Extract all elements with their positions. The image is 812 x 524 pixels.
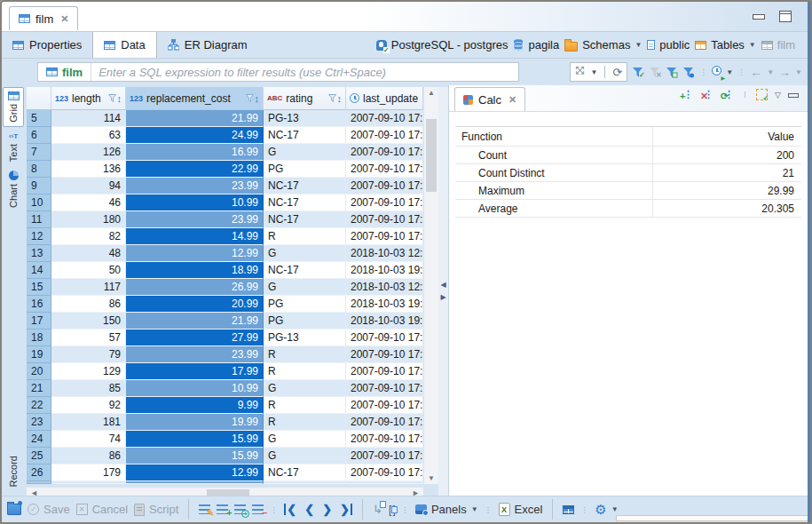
grid-cell[interactable]: 79 xyxy=(51,346,126,363)
row-number[interactable]: 6 xyxy=(27,127,51,144)
grid-cell[interactable]: 126 xyxy=(51,144,126,161)
grid-cell[interactable]: 23.99 xyxy=(126,178,264,195)
scroll-up-icon[interactable]: ▲ xyxy=(424,89,438,97)
expand-panel-icon[interactable]: ⤢⤡ xyxy=(575,67,587,78)
sort-icon[interactable]: ↕ xyxy=(117,93,122,104)
grid-cell[interactable]: G xyxy=(264,279,346,296)
chevron-down-icon[interactable]: ▼ xyxy=(471,505,478,513)
grid-row[interactable]: 99423.99NC-172007-09-10 17:46 xyxy=(27,178,423,195)
grid-cell[interactable]: R xyxy=(264,397,346,414)
grid-cell[interactable]: 15.99 xyxy=(126,448,264,464)
tab-data[interactable]: Data xyxy=(92,32,156,58)
grid-cell[interactable]: 114 xyxy=(51,110,126,127)
grid-cell[interactable]: 24.99 xyxy=(126,127,264,144)
add-function-icon[interactable]: +⋮ xyxy=(680,89,693,100)
grid-row[interactable]: 22929.99R2007-09-10 17:46 xyxy=(27,397,423,414)
remove-filter-icon[interactable]: ✕ xyxy=(649,67,661,78)
first-row-icon[interactable]: ❮ xyxy=(284,504,296,515)
open-with-icon[interactable] xyxy=(7,504,21,515)
grid-cell[interactable]: 22.99 xyxy=(126,161,264,178)
save-filter-icon[interactable] xyxy=(666,67,678,78)
grid-cell[interactable]: 12.99 xyxy=(126,245,264,262)
vertical-scroll-thumb[interactable] xyxy=(426,119,437,192)
add-row-icon[interactable] xyxy=(217,504,228,514)
grid-cell[interactable]: 27.99 xyxy=(126,329,264,346)
grid-cell[interactable]: 117 xyxy=(51,279,126,296)
forward-icon[interactable]: → xyxy=(778,66,791,78)
scroll-down-icon[interactable]: ▼ xyxy=(424,474,438,482)
grid-cell[interactable]: 10.99 xyxy=(126,380,264,397)
grid-cell[interactable]: 85 xyxy=(51,380,126,397)
view-menu-icon[interactable]: ▽ xyxy=(775,91,781,99)
row-number[interactable]: 12 xyxy=(27,228,51,245)
row-number[interactable]: 23 xyxy=(27,414,51,431)
row-number[interactable]: 14 xyxy=(27,262,51,279)
row-number[interactable]: 21 xyxy=(27,380,51,397)
chevron-down-icon[interactable]: ▼ xyxy=(767,68,774,76)
grid-cell[interactable]: 2007-09-10 17:46 xyxy=(346,195,423,211)
grid-cell[interactable]: 2007-09-10 17:46 xyxy=(346,431,423,448)
grid-cell[interactable]: 21.99 xyxy=(126,110,264,127)
grid-cell[interactable]: G xyxy=(264,144,346,161)
column-header-last-update[interactable]: last_update xyxy=(346,87,423,110)
grid-cell[interactable]: 2007-09-10 17:46 xyxy=(346,414,423,431)
grid-cell[interactable]: 26.99 xyxy=(126,279,264,296)
grid-cell[interactable]: 181 xyxy=(51,414,126,431)
grid-row[interactable]: 511421.99PG-132007-09-10 17:46 xyxy=(27,110,423,127)
grid-cell[interactable]: 2018-10-03 19:32 xyxy=(346,262,423,279)
grid-cell[interactable]: 9.99 xyxy=(126,397,264,414)
filter-input[interactable]: film Enter a SQL expression to filter re… xyxy=(37,62,519,82)
panel-sash[interactable]: ◀ ▶ xyxy=(438,87,448,496)
chevron-down-icon[interactable]: ▼ xyxy=(726,68,733,76)
grid-row[interactable]: 712616.99G2007-09-10 17:46 xyxy=(27,144,423,161)
grid-cell[interactable]: 2018-10-03 19:37 xyxy=(346,313,423,329)
remove-function-icon[interactable]: ✕⋮ xyxy=(700,89,713,100)
row-number[interactable]: 10 xyxy=(27,195,51,211)
sort-icon[interactable]: ↕ xyxy=(337,93,343,104)
grid-cell[interactable]: NC-17 xyxy=(264,464,346,481)
row-number[interactable]: 13 xyxy=(27,245,51,262)
grid-cell[interactable]: G xyxy=(264,431,346,448)
grid-row[interactable]: 104610.99NC-172007-09-10 17:46 xyxy=(27,195,423,211)
row-number[interactable]: 17 xyxy=(27,313,51,329)
grid-cell[interactable]: NC-17 xyxy=(264,211,346,228)
grid-row[interactable]: 813622.99PG2007-09-10 17:46 xyxy=(27,161,423,178)
sort-icon[interactable]: ↕ xyxy=(255,93,260,104)
back-icon[interactable]: ← xyxy=(750,66,762,78)
grid-cell[interactable]: NC-17 xyxy=(264,262,346,279)
grid-cell[interactable]: 57 xyxy=(51,329,126,346)
close-icon[interactable]: ✕ xyxy=(508,94,516,106)
grid-cell[interactable]: 12.99 xyxy=(126,464,264,481)
row-number[interactable]: 24 xyxy=(27,431,51,448)
grid-cell[interactable]: 2007-09-10 17:46 xyxy=(346,380,423,397)
breadcrumb-schema[interactable]: public xyxy=(647,38,690,52)
grid-cell[interactable]: 2007-09-10 17:46 xyxy=(346,397,423,414)
sidebar-tab-text[interactable]: ‹›T Text xyxy=(3,129,24,165)
grid-row[interactable]: 128214.99R2007-09-10 17:46 xyxy=(27,228,423,245)
grid-cell[interactable]: G xyxy=(264,448,346,464)
edit-row-icon[interactable] xyxy=(199,504,210,514)
cancel-button[interactable]: ✕ Cancel xyxy=(76,503,128,516)
grid-cell[interactable]: 63 xyxy=(51,127,126,144)
row-number[interactable]: 8 xyxy=(27,161,51,178)
grid-row[interactable]: 2617912.99NC-172007-09-10 17:46 xyxy=(27,464,423,481)
grid-row[interactable]: 218510.99G2007-09-10 17:46 xyxy=(27,380,423,397)
breadcrumb-tables[interactable]: Tables ▼ xyxy=(695,38,756,52)
grid-cell[interactable]: PG-13 xyxy=(264,110,346,127)
calc-row[interactable]: Maximum29.99 xyxy=(455,182,801,200)
excel-button[interactable]: X Excel xyxy=(499,503,543,516)
breadcrumb-database[interactable]: pagila xyxy=(513,38,559,52)
grid-cell[interactable]: PG-13 xyxy=(264,329,346,346)
row-number[interactable]: 20 xyxy=(27,363,51,380)
grid-cell[interactable]: 2018-10-03 12:47 xyxy=(346,279,423,296)
grid-row[interactable]: 1118023.99NC-172007-09-10 17:46 xyxy=(27,211,423,228)
grid-cell[interactable]: 15.99 xyxy=(126,431,264,448)
grid-cell[interactable]: 2018-10-03 12:43 xyxy=(346,245,423,262)
tab-er-diagram[interactable]: ER Diagram xyxy=(157,32,258,58)
grid-cell[interactable]: 50 xyxy=(51,262,126,279)
minimize-icon[interactable] xyxy=(753,14,765,20)
fetch-all-rows-icon[interactable]: [ ] xyxy=(389,504,395,516)
grid-cell[interactable]: 48 xyxy=(51,245,126,262)
grid-cell[interactable]: 2007-09-10 17:46 xyxy=(346,346,423,363)
grid-cell[interactable]: 46 xyxy=(51,195,126,211)
